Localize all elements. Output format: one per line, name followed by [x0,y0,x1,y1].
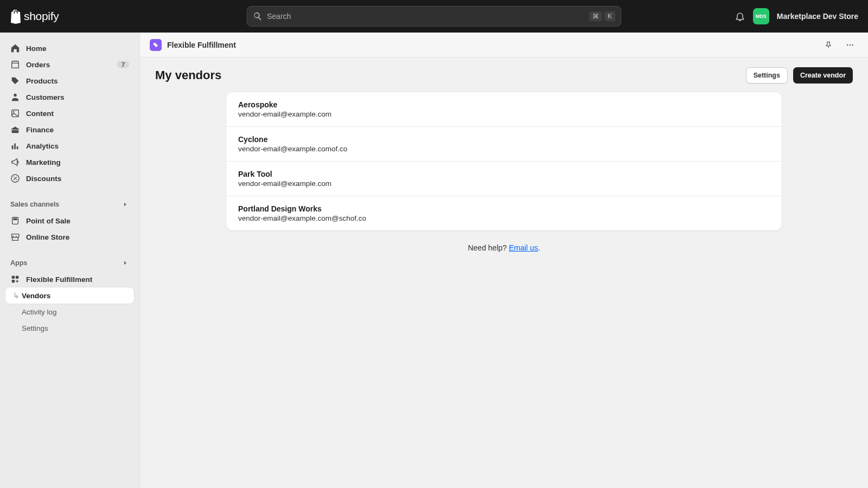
page-header: My vendors Settings Create vendor [140,57,868,91]
sidebar-sub-settings[interactable]: Settings [5,320,134,336]
help-text: Need help? Email us. [468,243,540,252]
svg-point-0 [14,94,16,97]
app-header: Flexible Fulfillment [140,33,868,57]
content-icon [10,108,20,118]
more-icon [846,41,854,49]
vendor-email: vendor-email@example.com@schof.co [238,214,770,222]
chevron-right-icon [122,201,129,208]
svg-point-12 [850,44,851,46]
app-badge [150,39,162,51]
vendor-row[interactable]: Cyclone vendor-email@example.comof.co [226,127,782,162]
email-us-link[interactable]: Email us [509,243,538,252]
svg-point-2 [13,111,15,113]
sidebar-app-flexible-fulfillment[interactable]: Flexible Fulfillment [5,271,134,287]
search-icon [253,11,263,21]
main-content: Flexible Fulfillment My vendors Settings… [140,33,868,488]
sidebar-section-apps[interactable]: Apps [5,255,134,271]
kbd-cmd: ⌘ [589,11,602,21]
orders-icon [10,60,20,69]
finance-icon [10,125,20,134]
svg-rect-9 [16,276,18,279]
sidebar-item-home[interactable]: Home [5,40,134,56]
vendor-name: Aerospoke [238,100,770,109]
online-store-icon [10,232,20,242]
vendor-email: vendor-email@example.comof.co [238,145,770,153]
svg-point-13 [852,44,854,46]
vendor-name: Portland Design Works [238,204,770,213]
sidebar-channel-online-store[interactable]: Online Store [5,229,134,245]
sidebar-sub-vendors[interactable]: ↳ Vendors [5,287,134,304]
tree-connector-icon: ↳ [13,291,20,300]
shopify-bag-icon [10,9,23,24]
analytics-icon [10,141,20,151]
chevron-right-icon [122,259,129,267]
sidebar-item-products[interactable]: Products [5,73,134,89]
more-button[interactable] [842,37,858,53]
pin-icon [824,41,833,49]
vendors-list: Aerospoke vendor-email@example.com Cyclo… [226,92,782,230]
home-icon [10,43,20,53]
discounts-icon [10,174,20,183]
sidebar: Home Orders 7 Products Customers Content… [0,33,140,488]
shopify-logo[interactable]: shopify [10,9,59,24]
search-input[interactable]: Search ⌘ K [247,6,621,27]
store-name[interactable]: Marketplace Dev Store [777,12,858,21]
sidebar-item-content[interactable]: Content [5,105,134,121]
sidebar-item-customers[interactable]: Customers [5,89,134,105]
vendor-email: vendor-email@example.com [238,179,770,188]
svg-point-11 [847,44,848,46]
sidebar-item-marketing[interactable]: Marketing [5,154,134,170]
svg-point-4 [14,177,15,178]
orders-badge: 7 [117,61,129,68]
pin-button[interactable] [820,37,837,53]
sidebar-section-sales-channels[interactable]: Sales channels [5,196,134,213]
customers-icon [10,92,20,102]
vendor-row[interactable]: Portland Design Works vendor-email@examp… [226,196,782,230]
svg-rect-8 [12,276,15,279]
app-extension-icon [10,274,20,284]
sidebar-item-analytics[interactable]: Analytics [5,138,134,154]
settings-button[interactable]: Settings [746,67,788,84]
sidebar-item-finance[interactable]: Finance [5,121,134,138]
search-placeholder: Search [267,12,587,21]
products-icon [10,76,20,86]
app-badge-icon [152,42,159,48]
vendor-row[interactable]: Aerospoke vendor-email@example.com [226,92,782,127]
pos-icon [10,216,20,226]
sidebar-channel-pos[interactable]: Point of Sale [5,213,134,229]
store-avatar[interactable]: MDS [753,8,769,24]
app-title: Flexible Fulfillment [167,41,236,49]
svg-rect-10 [12,280,15,282]
kbd-k: K [604,11,615,21]
top-bar: shopify Search ⌘ K MDS Marketplace Dev S… [0,0,868,33]
create-vendor-button[interactable]: Create vendor [793,67,853,84]
svg-rect-7 [13,219,17,221]
notifications-icon[interactable] [735,11,745,22]
sidebar-item-discounts[interactable]: Discounts [5,170,134,187]
topbar-right: MDS Marketplace Dev Store [735,8,858,24]
vendor-row[interactable]: Park Tool vendor-email@example.com [226,162,782,196]
vendor-name: Park Tool [238,170,770,178]
sidebar-item-orders[interactable]: Orders 7 [5,56,134,73]
vendor-name: Cyclone [238,135,770,144]
marketing-icon [10,157,20,167]
sidebar-sub-activity-log[interactable]: Activity log [5,304,134,320]
vendor-email: vendor-email@example.com [238,110,770,118]
svg-point-5 [16,179,17,180]
page-title: My vendors [155,68,221,82]
shopify-wordmark: shopify [24,10,59,23]
